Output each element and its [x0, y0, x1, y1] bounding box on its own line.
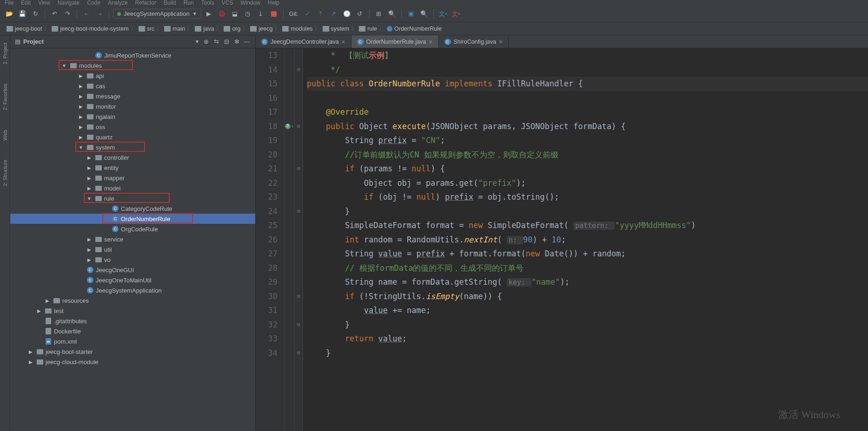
close-tab-icon[interactable]: ×	[499, 38, 503, 46]
breadcrumb-src[interactable]: src	[136, 26, 158, 32]
editor-tab-shiroconfigjava[interactable]: CShiroConfig.java×	[439, 35, 509, 48]
tree-item-monitor[interactable]: ▶monitor	[10, 101, 255, 111]
menu-edit[interactable]: Edit	[21, 0, 31, 6]
breadcrumb-rule[interactable]: rule	[356, 26, 380, 32]
tree-item-service[interactable]: ▶service	[10, 234, 255, 244]
vcs-commit-icon[interactable]: ⇡	[315, 8, 326, 20]
structure-icon[interactable]: ⊞	[373, 8, 384, 20]
tree-item-quartz[interactable]: ▶quartz	[10, 132, 255, 142]
tool-tab-project[interactable]: 1: Project	[1, 40, 9, 67]
breadcrumb-org[interactable]: org	[221, 26, 243, 32]
menu-run[interactable]: Run	[184, 0, 194, 6]
fold-gutter[interactable]: ⊟⊟⊟⊟⊟⊟⊟	[295, 48, 303, 431]
menu-build[interactable]: Build	[164, 0, 176, 6]
project-tree[interactable]: CJimuReportTokenService▼modules▶api▶cas▶…	[10, 48, 255, 431]
hide-icon[interactable]: —	[243, 38, 251, 46]
menu-view[interactable]: View	[38, 0, 50, 6]
breadcrumb-java[interactable]: java	[192, 26, 217, 32]
tree-item-jimureporttokenservice[interactable]: CJimuReportTokenService	[10, 50, 255, 60]
vcs-update-icon[interactable]: ✓	[302, 8, 313, 20]
code-editor[interactable]: 1314151617181920212223242526272829303132…	[256, 48, 868, 431]
close-tab-icon[interactable]: ×	[342, 38, 345, 46]
tree-item-controller[interactable]: ▶controller	[10, 152, 255, 163]
menu-tools[interactable]: Tools	[201, 0, 214, 6]
expand-all-icon[interactable]: ⇆	[212, 38, 220, 46]
run-icon[interactable]: ▶	[203, 8, 214, 20]
vcs-rollback-icon[interactable]: ↺	[354, 8, 365, 20]
tree-item-cas[interactable]: ▶cas	[10, 81, 255, 91]
menu-help[interactable]: Help	[268, 0, 279, 6]
breadcrumb-jeecg-boot[interactable]: jeecg-boot	[4, 26, 45, 32]
translate-a-icon[interactable]: 文A	[437, 8, 449, 20]
editor-tab-jeecgdemocontrollerjava[interactable]: CJeecgDemoController.java×	[256, 35, 351, 48]
vcs-push-icon[interactable]: ↗	[328, 8, 339, 20]
coverage-icon[interactable]: ⬓	[229, 8, 240, 20]
tree-item-categorycoderule[interactable]: CCategoryCodeRule	[10, 203, 255, 214]
profile-icon[interactable]: ◷	[242, 8, 253, 20]
code-content[interactable]: * 【测试示例】 */public class OrderNumberRule …	[303, 48, 868, 431]
menu-analyze[interactable]: Analyze	[108, 0, 128, 6]
line-number-gutter[interactable]: 1314151617181920212223242526272829303132…	[256, 48, 285, 431]
run-configuration-dropdown[interactable]: JeecgSystemApplication ▼	[113, 9, 201, 19]
tree-item-system[interactable]: ▼system	[10, 142, 255, 152]
breadcrumb-system[interactable]: system	[320, 26, 352, 32]
tree-item-ngalain[interactable]: ▶ngalain	[10, 111, 255, 122]
translate-b-icon[interactable]: 文A	[451, 8, 462, 20]
tree-item-modules[interactable]: ▼modules	[10, 60, 255, 71]
tree-item-oss[interactable]: ▶oss	[10, 122, 255, 132]
menu-refactor[interactable]: Refactor	[135, 0, 156, 6]
tree-item-jeecgonegui[interactable]: CJeecgOneGUI	[10, 265, 255, 275]
tree-item-jeecgbootstarter[interactable]: ▶jeecg-boot-starter	[10, 346, 255, 357]
menu-vcs[interactable]: VCS	[222, 0, 233, 6]
tree-item-pomxml[interactable]: mpom.xml	[10, 336, 255, 346]
breadcrumb-jeecg-boot-module-system[interactable]: jeecg-boot-module-system	[49, 26, 131, 32]
menu-bar[interactable]: FileEditViewNavigateCodeAnalyzeRefactorB…	[0, 0, 868, 6]
tool-tab-favorites[interactable]: 2: Favorites	[1, 81, 9, 113]
vcs-history-icon[interactable]: 🕔	[341, 8, 352, 20]
tree-item-jeecgsystemapplication[interactable]: CJeecgSystemApplication	[10, 285, 255, 295]
tree-item-jeecgcloudmodule[interactable]: ▶jeecg-cloud-module	[10, 357, 255, 367]
projects-icon[interactable]: ▣	[405, 8, 417, 20]
tree-item-api[interactable]: ▶api	[10, 71, 255, 81]
menu-code[interactable]: Code	[87, 0, 100, 6]
stop-icon[interactable]	[268, 8, 279, 20]
refresh-icon[interactable]: ↻	[30, 8, 41, 20]
tree-item-gitattributes[interactable]: .gitattributes	[10, 316, 255, 326]
tree-item-message[interactable]: ▶message	[10, 91, 255, 101]
tree-item-util[interactable]: ▶util	[10, 244, 255, 255]
menu-file[interactable]: File	[5, 0, 13, 6]
search-icon[interactable]: 🔍	[386, 8, 398, 20]
redo-icon[interactable]: ↷	[62, 8, 73, 20]
annotations-gutter[interactable]: O↑	[285, 48, 295, 431]
tool-tab-web[interactable]: Web	[1, 127, 9, 143]
forward-icon[interactable]: →	[94, 8, 105, 20]
menu-navigate[interactable]: Navigate	[58, 0, 80, 6]
tree-item-dockerfile[interactable]: Dockerfile	[10, 326, 255, 336]
undo-icon[interactable]: ↶	[49, 8, 60, 20]
search-everywhere-icon[interactable]: 🔍	[418, 8, 430, 20]
debug-icon[interactable]: 🐞	[216, 8, 227, 20]
editor-tab-ordernumberrulejava[interactable]: COrderNumberRule.java×	[351, 35, 439, 48]
tree-item-mapper[interactable]: ▶mapper	[10, 173, 255, 183]
tree-item-orgcoderule[interactable]: COrgCodeRule	[10, 224, 255, 234]
tree-item-model[interactable]: ▶model	[10, 183, 255, 193]
tree-item-jeecgonetomainutil[interactable]: CJeecgOneToMainUtil	[10, 275, 255, 285]
tree-item-entity[interactable]: ▶entity	[10, 163, 255, 173]
breadcrumb-main[interactable]: main	[161, 26, 188, 32]
save-icon[interactable]: 💾	[17, 8, 28, 20]
tree-item-vo[interactable]: ▶vo	[10, 255, 255, 265]
menu-window[interactable]: Window	[240, 0, 260, 6]
tree-item-rule[interactable]: ▼rule	[10, 193, 255, 203]
back-icon[interactable]: ←	[81, 8, 92, 20]
scroll-from-source-icon[interactable]: ⊕	[202, 38, 210, 46]
attach-icon[interactable]: ⤓	[255, 8, 266, 20]
breadcrumb-ordernumberrule[interactable]: OrderNumberRule	[384, 26, 444, 32]
tool-tab-structure[interactable]: 2: Structure	[1, 157, 9, 189]
tree-item-test[interactable]: ▶test	[10, 306, 255, 316]
breadcrumb-modules[interactable]: modules	[279, 26, 315, 32]
open-icon[interactable]: 📂	[4, 8, 15, 20]
breadcrumb-jeecg[interactable]: jeecg	[247, 26, 275, 32]
settings-icon[interactable]: ✻	[233, 38, 240, 46]
collapse-all-icon[interactable]: ⊟	[223, 38, 230, 46]
tree-item-ordernumberrule[interactable]: COrderNumberRule	[10, 214, 255, 224]
